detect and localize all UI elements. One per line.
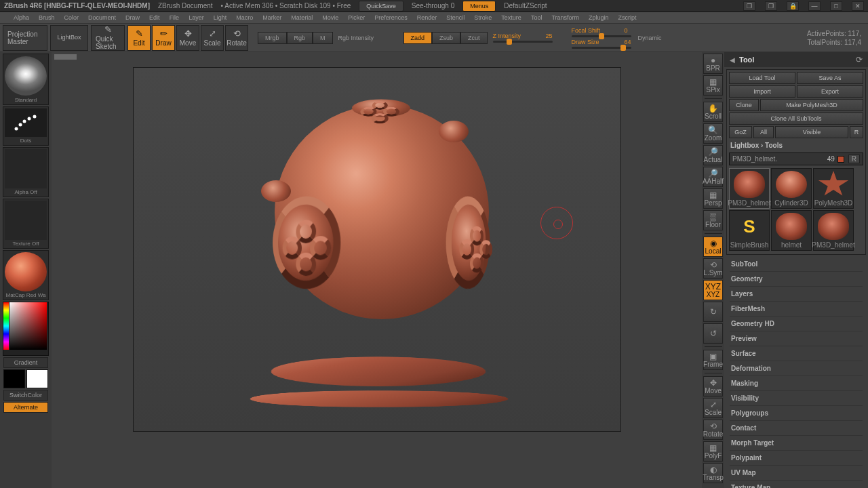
goz-all-button[interactable]: All (753, 126, 774, 138)
nav-btn12[interactable]: ↺ (703, 323, 723, 344)
refresh-icon[interactable]: ⟳ (856, 55, 863, 64)
m-mode-button[interactable]: M (313, 32, 333, 44)
draw-size-slider[interactable] (572, 47, 631, 49)
z-intensity-slider[interactable] (493, 41, 553, 43)
menu-material[interactable]: Material (291, 14, 313, 21)
minimize-button[interactable]: — (808, 1, 821, 11)
zadd-mode-button[interactable]: Zadd (403, 32, 433, 44)
menu-file[interactable]: File (170, 14, 180, 21)
export-button[interactable]: Export (797, 85, 863, 98)
rotate-mode-button[interactable]: ⟲Rotate (225, 25, 248, 51)
import-button[interactable]: Import (729, 85, 795, 98)
thumb-simplebrush[interactable]: SSimpleBrush (729, 210, 770, 251)
section-contact[interactable]: Contact (730, 421, 863, 436)
menu-transform[interactable]: Transform (551, 14, 579, 21)
thumb-helmet[interactable]: helmet (771, 210, 812, 251)
menu-render[interactable]: Render (417, 14, 437, 21)
color-swatches[interactable] (3, 369, 48, 388)
nav-move[interactable]: ✥Move (703, 376, 723, 396)
stroke-selector[interactable]: Dots (3, 106, 49, 146)
menu-document[interactable]: Document (88, 14, 116, 21)
nav-spix[interactable]: ▦SPix (703, 75, 723, 96)
menu-macro[interactable]: Macro (236, 14, 253, 21)
nav-zoom[interactable]: 🔍Zoom (703, 123, 723, 144)
section-preview[interactable]: Preview (730, 331, 863, 346)
goz-r-button[interactable]: R (850, 126, 863, 138)
thumb-cylinder3d[interactable]: Cylinder3D (771, 168, 812, 209)
lightbox-button[interactable]: LightBox (50, 25, 88, 51)
back-icon[interactable]: ◀ (730, 56, 735, 64)
switch-color-button[interactable]: SwitchColor (3, 390, 48, 401)
section-polypaint[interactable]: Polypaint (730, 451, 863, 466)
load-tool-button[interactable]: Load Tool (729, 72, 795, 84)
nav-frame[interactable]: ▣Frame (703, 350, 723, 370)
mesh-name-field[interactable]: PM3D_helmet.49R (729, 152, 863, 165)
move-mode-button[interactable]: ✥Move (176, 25, 199, 51)
alternate-button[interactable]: Alternate (3, 402, 48, 413)
section-subtool[interactable]: SubTool (730, 257, 863, 272)
color-picker[interactable] (3, 302, 49, 356)
quick-sketch-button[interactable]: ✎Quick Sketch (91, 25, 125, 51)
menu-zplugin[interactable]: Zplugin (589, 14, 609, 21)
section-fibermesh[interactable]: FiberMesh (730, 302, 863, 317)
texture-selector[interactable]: Texture Off (3, 199, 49, 249)
save-as-button[interactable]: Save As (797, 72, 863, 84)
section-texture-map[interactable]: Texture Map (730, 481, 863, 488)
section-visibility[interactable]: Visibility (730, 391, 863, 406)
mrgb-mode-button[interactable]: Mrgb (258, 32, 287, 44)
thumb-polymesh3d[interactable]: PolyMesh3D (813, 168, 854, 209)
menu-brush[interactable]: Brush (39, 14, 55, 21)
scale-mode-button[interactable]: ⤢Scale (201, 25, 224, 51)
lock-icon[interactable]: 🔒 (787, 1, 799, 11)
float-button[interactable]: ❐ (743, 1, 755, 11)
nav-l.sym[interactable]: ⟲L.Sym (703, 258, 723, 279)
canvas-tab[interactable] (54, 54, 77, 60)
menu-movie[interactable]: Movie (322, 14, 338, 21)
menu-picker[interactable]: Picker (348, 14, 365, 21)
nav-scale[interactable]: ⤢Scale (703, 398, 723, 418)
thumb-pm3d_helmet[interactable]: PM3D_helmet (813, 210, 854, 251)
close-button[interactable]: ✕ (852, 1, 864, 11)
make-polymesh-button[interactable]: Make PolyMesh3D (760, 99, 863, 111)
focal-shift-slider[interactable] (572, 35, 631, 37)
tool-breadcrumb[interactable]: Lightbox › Tools (729, 140, 863, 151)
nav-polyf[interactable]: ▦PolyF (703, 441, 723, 462)
alpha-selector[interactable]: Alpha Off (3, 147, 49, 197)
projection-master-button[interactable]: Projection Master (3, 25, 47, 51)
edit-mode-button[interactable]: ✎Edit (127, 25, 151, 51)
zcut-mode-button[interactable]: Zcut (460, 32, 488, 44)
nav-local[interactable]: ◉Local (703, 237, 723, 257)
rgb-mode-button[interactable]: Rgb (287, 32, 313, 44)
gradient-button[interactable]: Gradient (3, 357, 48, 368)
brush-selector[interactable]: Standard (3, 54, 49, 105)
see-through-slider[interactable]: See-through 0 (412, 2, 454, 9)
section-geometry[interactable]: Geometry (730, 272, 863, 287)
section-uv-map[interactable]: UV Map (730, 466, 863, 481)
menus-toggle[interactable]: Menus (462, 1, 496, 12)
zsub-mode-button[interactable]: Zsub (432, 32, 460, 44)
section-geometry-hd[interactable]: Geometry HD (730, 317, 863, 331)
section-surface[interactable]: Surface (730, 346, 863, 361)
menu-color[interactable]: Color (64, 14, 79, 21)
draw-mode-button[interactable]: ✏Draw (152, 25, 175, 51)
nav-bpr[interactable]: ●BPR (703, 54, 723, 74)
clone-button[interactable]: Clone (729, 99, 759, 111)
nav-rotate[interactable]: ⟲Rotate (703, 420, 723, 440)
maximize-button[interactable]: □ (830, 1, 842, 11)
menu-light[interactable]: Light (214, 14, 227, 21)
menu-zscript[interactable]: Zscript (618, 14, 637, 21)
default-zscript[interactable]: DefaultZScript (504, 2, 547, 9)
menu-texture[interactable]: Texture (501, 14, 521, 21)
section-polygroups[interactable]: Polygroups (730, 406, 863, 421)
section-layers[interactable]: Layers (730, 287, 863, 302)
goz-visible-button[interactable]: Visible (775, 126, 848, 138)
nav-persp[interactable]: ▦Persp (703, 188, 723, 209)
nav-xyz[interactable]: XYZXYZ (703, 280, 723, 300)
menu-tool[interactable]: Tool (531, 14, 542, 21)
menu-layer[interactable]: Layer (189, 14, 204, 21)
nav-btn11[interactable]: ↻ (703, 302, 723, 322)
menu-preferences[interactable]: Preferences (374, 14, 408, 21)
thumb-pm3d_helmet[interactable]: PM3D_helmet (729, 168, 770, 209)
nav-transp[interactable]: ◐Transp (703, 463, 723, 483)
menu-alpha[interactable]: Alpha (14, 14, 29, 21)
